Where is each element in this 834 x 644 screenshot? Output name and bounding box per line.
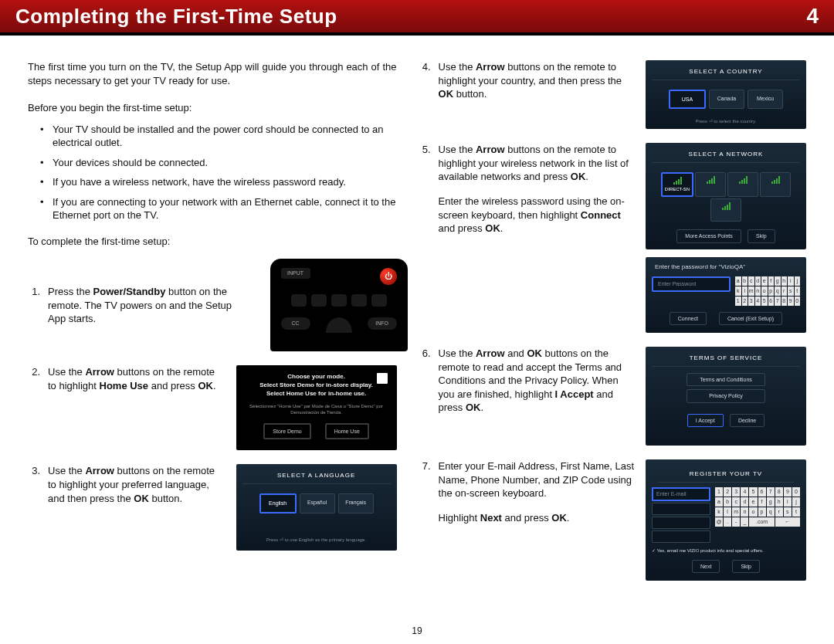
content: The first time you turn on the TV, the S… (0, 36, 834, 595)
left-column: The first time you turn on the TV, the S… (28, 60, 397, 595)
energy-star-icon (377, 373, 388, 384)
prereq-item: Your TV should be installed and the powe… (53, 123, 397, 150)
power-icon: ⏻ (380, 268, 397, 285)
page-title: Completing the First-Time Setup (15, 5, 337, 29)
country-option-canada: Canada (709, 90, 744, 109)
skip-button: Skip (732, 560, 760, 573)
terms-button: Terms and Conditions (687, 373, 765, 386)
step-body: Use the Arrow buttons on the remote to h… (439, 60, 635, 101)
chapter-number: 4 (806, 4, 819, 29)
step-number: 5. (419, 143, 431, 246)
prereq-item: If you are connecting to your network wi… (53, 195, 397, 222)
intro-paragraph: The first time you turn on the TV, the S… (28, 60, 397, 87)
remote-button-icon (371, 294, 387, 307)
step-3: 3. Use the Arrow buttons on the remote t… (28, 464, 397, 551)
country-option-mexico: Mexico (748, 90, 783, 109)
step-number: 2. (28, 365, 40, 392)
privacy-button: Privacy Policy (687, 389, 765, 402)
step-body: Press the Power/Standby button on the re… (48, 285, 249, 326)
accept-button: I Accept (687, 414, 724, 427)
network-option (695, 172, 726, 197)
step-body: Use the Arrow and OK buttons on the remo… (439, 347, 635, 415)
step-4: 4. Use the Arrow buttons on the remote t… (419, 60, 806, 129)
country-selection-screen: SELECT A COUNTRY USA Canada Mexico Press… (646, 60, 806, 129)
onscreen-keyboard: 1234567890 abcdefghij klmnopqrst @.-_.co… (715, 487, 800, 527)
network-option (710, 198, 741, 222)
register-tv-screen: REGISTER YOUR TV Enter E-mail 1234567890 (646, 459, 806, 581)
network-option-selected: DIRECT-SN (661, 172, 693, 197)
reg-input (652, 530, 710, 543)
cancel-button: Cancel (Exit Setup) (719, 312, 782, 325)
language-option-english: English (259, 493, 297, 513)
password-input: Enter Password (652, 276, 731, 292)
skip-button: Skip (748, 229, 775, 242)
network-selection-screen: SELECT A NETWORK DIRECT-SN More Access P… (646, 143, 806, 249)
country-option-usa: USA (669, 90, 706, 109)
next-button: Next (692, 560, 720, 573)
network-option (760, 172, 791, 197)
home-use-option: Home Use (325, 423, 369, 439)
password-entry-screen: Enter the password for "VizioQA" Enter P… (646, 257, 806, 333)
remote-info-key: INFO (368, 317, 397, 330)
connect-button: Connect (670, 312, 707, 325)
step-number: 3. (28, 464, 40, 505)
remote-input-key: INPUT (281, 268, 310, 279)
remote-image: INPUT ⏻ CC INFO (270, 259, 408, 351)
remote-button-icon (291, 294, 307, 307)
prereq-item: Your devices should be connected. (53, 156, 397, 170)
to-complete-heading: To complete the first-time setup: (28, 235, 397, 249)
language-option-francais: Français (338, 493, 374, 513)
prereq-list: Your TV should be installed and the powe… (28, 123, 397, 222)
step-body: Use the Arrow buttons on the remote to h… (48, 464, 225, 505)
reg-input (652, 517, 710, 529)
step-number: 7. (419, 459, 431, 535)
terms-of-service-screen: TERMS OF SERVICE Terms and Conditions Pr… (646, 347, 806, 446)
remote-button-icon (331, 294, 347, 307)
before-heading: Before you begin the first-time setup: (28, 101, 397, 115)
step-number: 4. (419, 60, 431, 101)
store-demo-option: Store Demo (263, 423, 310, 439)
step-number: 1. (28, 285, 40, 326)
remote-button-icon (311, 294, 327, 307)
wifi-signal-icon (673, 177, 681, 185)
step-1: 1. Press the Power/Standby button on the… (28, 259, 397, 351)
step-6: 6. Use the Arrow and OK buttons on the r… (419, 347, 806, 446)
page-number: 19 (0, 625, 834, 636)
decline-button: Decline (730, 414, 764, 427)
reg-input (652, 503, 710, 515)
step-body: Use the Arrow buttons on the remote to h… (439, 143, 635, 246)
language-option-espanol: Español (300, 493, 335, 513)
email-input: Enter E-mail (652, 487, 710, 501)
right-column: 4. Use the Arrow buttons on the remote t… (419, 60, 806, 595)
step-body: Use the Arrow buttons on the remote to h… (48, 365, 225, 392)
mode-selection-screen: Choose your mode. Select Store Demo for … (236, 365, 397, 450)
page-header: Completing the First-Time Setup 4 (0, 0, 834, 36)
onscreen-keyboard: abcdefghij klmnopqrst 1234567890 (735, 276, 800, 306)
more-access-points-button: More Access Points (676, 229, 741, 242)
step-7: 7. Enter your E-mail Address, First Name… (419, 459, 806, 581)
step-number: 6. (419, 347, 431, 415)
prereq-item: If you have a wireless network, have the… (53, 175, 397, 189)
email-offers-checkbox: ✓ Yes, email me VIZIO product info and s… (652, 547, 800, 554)
step-5: 5. Use the Arrow buttons on the remote t… (419, 143, 806, 333)
step-body: Enter your E-mail Address, First Name, L… (439, 459, 635, 535)
remote-dpad-icon (326, 317, 352, 333)
remote-button-icon (351, 294, 367, 307)
remote-cc-key: CC (281, 317, 310, 330)
network-option (727, 172, 758, 197)
language-selection-screen: SELECT A LANGUAGE English Español França… (236, 464, 397, 551)
step-2: 2. Use the Arrow buttons on the remote t… (28, 365, 397, 450)
